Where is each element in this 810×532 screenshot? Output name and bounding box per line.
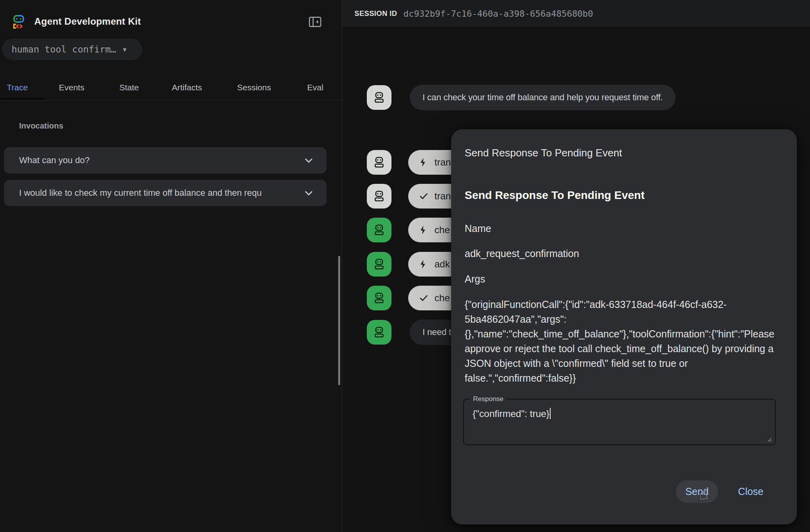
app-title: Agent Development Kit xyxy=(34,16,141,27)
function-response-label: che xyxy=(434,292,450,304)
collapse-panel-icon xyxy=(307,14,323,31)
sidebar-tabs: Trace Events State Artifacts Sessions Ev… xyxy=(0,76,342,104)
args-label: Args xyxy=(465,273,485,285)
session-id-label: SESSION ID xyxy=(354,10,397,18)
tab-artifacts[interactable]: Artifacts xyxy=(172,83,202,92)
bot-avatar xyxy=(367,252,391,277)
response-field[interactable]: Response {"confirmed": true} xyxy=(463,395,776,445)
function-call-label: che xyxy=(434,224,450,236)
sidebar-scrollbar[interactable] xyxy=(338,256,340,385)
dialog-heading: Send Response To Pending Event xyxy=(465,189,644,202)
bolt-icon xyxy=(419,259,429,269)
text-caret xyxy=(550,408,551,419)
close-button[interactable]: Close xyxy=(728,480,773,503)
send-button[interactable]: Send xyxy=(676,480,718,503)
tab-sessions[interactable]: Sessions xyxy=(237,83,271,92)
send-response-dialog: Send Response To Pending Event Send Resp… xyxy=(451,129,797,524)
bot-avatar xyxy=(367,218,391,242)
invocation-item[interactable]: I would like to check my current time of… xyxy=(4,180,327,206)
name-value: adk_request_confirmation xyxy=(465,248,579,259)
adk-web-app: Agent Development Kit human_tool_confirm… xyxy=(0,0,810,532)
bot-avatar xyxy=(367,286,391,310)
chat-event-row: che xyxy=(367,286,462,310)
chat-message-row: I need t xyxy=(367,320,464,345)
agent-message-bubble: I can check your time off balance and he… xyxy=(410,85,676,110)
tab-eval[interactable]: Eval xyxy=(307,83,323,92)
chat-message-row: I can check your time off balance and he… xyxy=(367,85,676,110)
tabs-divider xyxy=(0,100,342,100)
agent-selector-dropdown[interactable]: human_tool_confirm… ▼ xyxy=(2,39,142,60)
collapse-panel-button[interactable] xyxy=(306,14,324,31)
chat-event-row: tran xyxy=(367,150,463,175)
check-icon xyxy=(419,191,429,201)
invocation-text: What can you do? xyxy=(19,155,90,166)
tab-state[interactable]: State xyxy=(119,83,139,92)
response-field-value[interactable]: {"confirmed": true} xyxy=(473,408,551,419)
sidebar-header: Agent Development Kit xyxy=(10,11,333,32)
agent-selector-value: human_tool_confirm… xyxy=(12,44,116,55)
dropdown-arrow-icon: ▼ xyxy=(122,46,128,53)
resize-handle-icon[interactable] xyxy=(766,437,772,442)
dialog-buttons: Send Close xyxy=(676,480,773,503)
chat-event-row: tran xyxy=(367,184,463,209)
bot-avatar xyxy=(367,150,391,175)
adk-logo-icon xyxy=(10,12,27,31)
chevron-down-icon[interactable] xyxy=(303,187,315,201)
function-call-label: tran xyxy=(434,157,451,168)
chevron-down-icon[interactable] xyxy=(303,154,315,168)
invocation-item[interactable]: What can you do? xyxy=(4,147,327,173)
response-field-label: Response xyxy=(470,395,506,403)
sidebar: Agent Development Kit human_tool_confirm… xyxy=(0,0,342,532)
session-bar: SESSION ID dc932b9f-7c16-460a-a398-656a4… xyxy=(342,0,810,27)
function-call-label: adk xyxy=(434,259,450,270)
tab-trace[interactable]: Trace xyxy=(7,83,28,92)
tab-events[interactable]: Events xyxy=(59,83,84,92)
name-label: Name xyxy=(465,223,491,234)
invocations-heading: Invocations xyxy=(19,121,63,131)
args-value: {"originalFunctionCall":{"id":"adk-63371… xyxy=(465,297,780,386)
check-icon xyxy=(419,293,429,303)
bolt-icon xyxy=(419,157,429,168)
function-response-label: tran xyxy=(434,191,451,202)
invocation-text: I would like to check my current time of… xyxy=(19,188,262,198)
chat-event-row: che xyxy=(367,218,462,242)
chat-event-row: adk xyxy=(367,252,462,277)
bot-avatar xyxy=(367,85,391,110)
dialog-title: Send Response To Pending Event xyxy=(465,147,622,159)
bolt-icon xyxy=(419,225,429,235)
bot-avatar xyxy=(367,184,391,209)
session-id-value: dc932b9f-7c16-460a-a398-656a485680b0 xyxy=(403,9,593,19)
bot-avatar xyxy=(367,320,391,345)
